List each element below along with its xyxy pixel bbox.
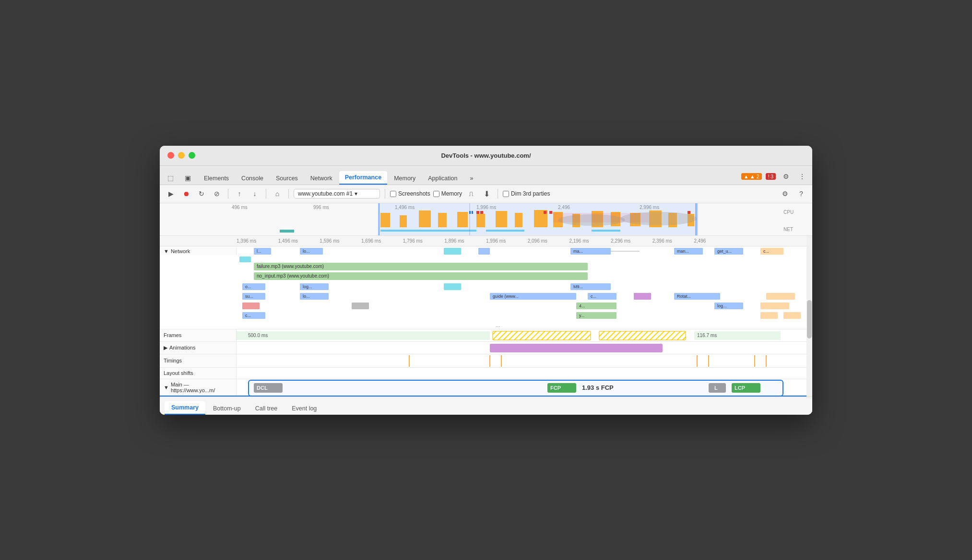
mark-12: 2,496 — [694, 238, 735, 244]
svg-rect-89 — [760, 303, 789, 309]
svg-text:c...: c... — [245, 313, 251, 318]
warning-badge[interactable]: ▲ ▲ 2 — [741, 173, 762, 180]
tab-performance[interactable]: Performance — [339, 171, 387, 185]
selection-box — [248, 380, 783, 397]
tab-console[interactable]: Console — [236, 172, 269, 185]
tab-network[interactable]: Network — [305, 172, 338, 185]
reload-icon[interactable]: ↻ — [195, 187, 208, 200]
divider5 — [498, 189, 498, 198]
svg-text:o...: o... — [245, 284, 251, 289]
svg-rect-38 — [280, 230, 294, 233]
svg-rect-83 — [242, 303, 260, 309]
mark-4: 1,696 ms — [361, 238, 403, 244]
net-r6-svg: c... y... — [237, 311, 812, 321]
layout-shifts-track: Layout shifts — [160, 368, 812, 379]
svg-text:996 ms: 996 ms — [313, 205, 329, 210]
url-value: www.youtube.com #1 — [298, 190, 353, 197]
minimize-button[interactable] — [178, 152, 185, 159]
cursor-icon[interactable]: ⬚ — [164, 171, 177, 185]
tab-call-tree[interactable]: Call tree — [249, 402, 284, 415]
download-icon[interactable]: ↓ — [249, 187, 261, 200]
tab-bottom-up[interactable]: Bottom-up — [206, 402, 248, 415]
tab-memory[interactable]: Memory — [388, 172, 421, 185]
svg-rect-17 — [496, 211, 507, 227]
tab-application[interactable]: Application — [422, 172, 463, 185]
mark-8: 2,096 ms — [528, 238, 569, 244]
upload-icon[interactable]: ↑ — [233, 187, 246, 200]
scrollbar[interactable] — [806, 236, 812, 397]
svg-rect-34 — [688, 211, 690, 214]
network-row3: o... log... M9... — [160, 282, 812, 292]
network-label[interactable]: ▼ ▼ Network Network — [160, 247, 237, 255]
tab-elements[interactable]: Elements — [198, 172, 235, 185]
help-icon[interactable]: ? — [795, 187, 807, 200]
mark-5: 1,796 ms — [403, 238, 445, 244]
network-throttle-icon[interactable]: ⎍ — [465, 187, 477, 200]
error-badge[interactable]: ! 3 — [766, 173, 776, 180]
svg-rect-29 — [472, 211, 473, 214]
devtools-window: DevTools - www.youtube.com/ ⬚ ▣ Elements… — [160, 146, 812, 415]
dots-label — [160, 321, 237, 329]
scrollbar-thumb[interactable] — [807, 300, 812, 338]
svg-rect-39 — [380, 230, 476, 232]
frames-content: 500.0 ms — [237, 329, 812, 341]
net-r5-label — [160, 301, 237, 311]
close-button[interactable] — [167, 152, 174, 159]
screenshots-group: Screenshots — [390, 190, 430, 197]
tracks-area[interactable]: ▼ ▼ Network Network l... lo... — [160, 246, 812, 397]
url-dropdown-icon: ▾ — [355, 190, 357, 197]
svg-text:Rotat...: Rotat... — [677, 294, 691, 299]
memory-group: Memory — [433, 190, 462, 197]
mark-11: 2,396 ms — [652, 238, 694, 244]
divider2 — [266, 189, 266, 198]
mark-7: 1,996 ms — [486, 238, 528, 244]
main-label[interactable]: ▼ Main — https://www.yo...m/ — [160, 379, 237, 396]
clear-icon[interactable]: ⊘ — [211, 187, 223, 200]
tab-summary[interactable]: Summary — [165, 401, 205, 415]
network-header-row: ▼ ▼ Network Network l... lo... — [160, 246, 812, 256]
dim3rd-checkbox[interactable] — [503, 191, 509, 197]
tab-more[interactable]: » — [464, 172, 479, 185]
svg-text:failure.mp3 (www.youtube.com): failure.mp3 (www.youtube.com) — [257, 264, 324, 269]
network-row6: c... y... — [160, 311, 812, 321]
svg-rect-15 — [457, 212, 468, 227]
more-options-icon[interactable]: ⋮ — [796, 170, 808, 183]
svg-text:116.7 ms: 116.7 ms — [697, 333, 717, 338]
timings-label[interactable]: Timings — [160, 354, 237, 367]
memory-checkbox[interactable] — [433, 191, 439, 197]
record-icon[interactable]: ⏺ — [180, 187, 192, 200]
layout-shifts-label[interactable]: Layout shifts — [160, 368, 237, 379]
no-input-mp3-row: no_input.mp3 (www.youtube.com) — [160, 272, 812, 282]
svg-rect-79 — [634, 293, 651, 300]
svg-text:log...: log... — [303, 284, 312, 289]
screenshots-checkbox[interactable] — [390, 191, 396, 197]
warning-icon: ▲ — [744, 174, 749, 179]
net-r6-label — [160, 311, 237, 321]
gear-icon[interactable]: ⚙ — [779, 187, 791, 200]
url-selector[interactable]: www.youtube.com #1 ▾ — [294, 189, 380, 198]
home-icon[interactable]: ⌂ — [271, 187, 284, 200]
window-title: DevTools - www.youtube.com/ — [441, 152, 531, 159]
tab-sources[interactable]: Sources — [270, 172, 304, 185]
no-input-svg: no_input.mp3 (www.youtube.com) — [237, 271, 812, 281]
mark-2: 1,496 ms — [278, 238, 320, 244]
timeline-overview[interactable]: 496 ms 996 ms 1,496 ms 1,996 ms 2,496 2,… — [160, 203, 812, 236]
dots-content: ... — [237, 321, 812, 329]
settings-icon[interactable]: ⚙ — [780, 170, 792, 183]
divider — [228, 189, 228, 198]
tab-event-log[interactable]: Event log — [285, 402, 323, 415]
svg-rect-13 — [419, 210, 431, 227]
network-section: ▼ ▼ Network Network l... lo... — [160, 246, 812, 329]
frames-label[interactable]: Frames — [160, 329, 237, 341]
animations-label[interactable]: ▶ Animations — [160, 342, 237, 354]
cpu-throttle-icon[interactable]: ⬇ — [480, 187, 493, 200]
network-mini-label — [160, 256, 237, 263]
svg-rect-107 — [490, 344, 663, 352]
sidebar-toggle-icon[interactable]: ▶ — [165, 187, 177, 200]
device-icon[interactable]: ▣ — [181, 171, 194, 185]
svg-rect-14 — [438, 213, 447, 227]
main-expand-icon: ▼ — [164, 385, 169, 390]
svg-rect-32 — [544, 211, 546, 214]
maximize-button[interactable] — [189, 152, 195, 159]
svg-text:l...: l... — [257, 249, 261, 254]
